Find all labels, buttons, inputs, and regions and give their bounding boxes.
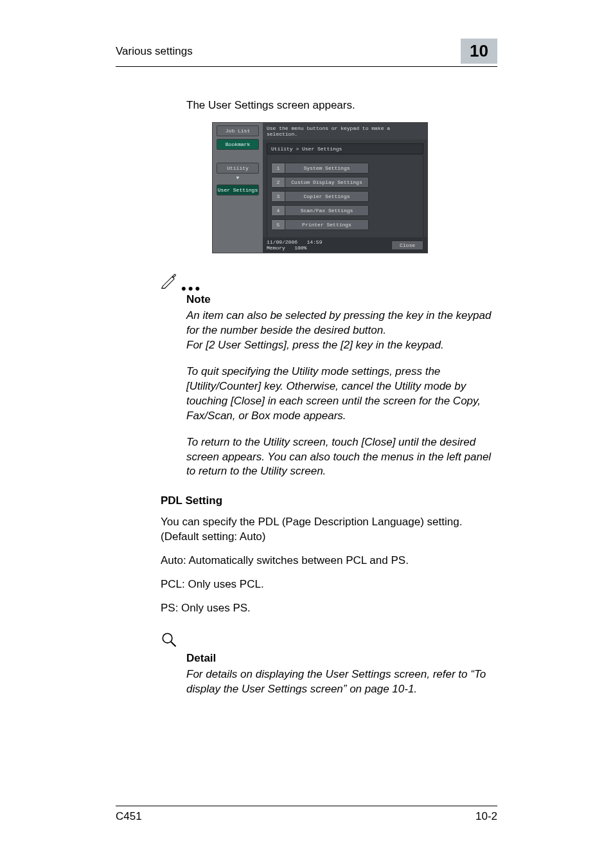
note-paragraph: To quit specifying the Utility mode sett… bbox=[186, 365, 497, 424]
note-paragraph: An item can also be selected by pressing… bbox=[186, 309, 497, 353]
tab-utility[interactable]: Utility bbox=[217, 163, 259, 174]
note-paragraph: To return to the Utility screen, touch [… bbox=[186, 435, 497, 480]
panel-menu: 1 System Settings 2 Custom Display Setti… bbox=[267, 156, 423, 237]
chevron-down-icon: ▼ bbox=[236, 174, 240, 182]
svg-line-1 bbox=[171, 642, 175, 646]
panel-main: Use the menu buttons or keypad to make a… bbox=[263, 123, 427, 253]
note-heading: Note bbox=[186, 293, 497, 306]
tab-job-list[interactable]: Job List bbox=[217, 125, 259, 136]
menu-custom-display-settings[interactable]: 2 Custom Display Settings bbox=[271, 177, 369, 188]
chapter-number-badge: 10 bbox=[461, 39, 497, 64]
pdl-heading: PDL Setting bbox=[161, 494, 613, 507]
body-text: PCL: Only uses PCL. bbox=[161, 577, 497, 592]
svg-point-0 bbox=[163, 633, 172, 643]
tab-user-settings[interactable]: User Settings bbox=[217, 185, 259, 195]
header-rule bbox=[116, 66, 497, 67]
menu-copier-settings[interactable]: 3 Copier Settings bbox=[271, 191, 369, 202]
panel-sidebar: Job List Bookmark Utility ▼ User Setting… bbox=[213, 123, 263, 253]
running-head: Various settings bbox=[116, 45, 193, 58]
lead-text: The User Settings screen appears. bbox=[186, 99, 613, 112]
tab-bookmark[interactable]: Bookmark bbox=[217, 139, 259, 150]
panel-hint: Use the menu buttons or keypad to make a… bbox=[263, 123, 427, 140]
user-settings-screenshot: Job List Bookmark Utility ▼ User Setting… bbox=[212, 122, 428, 253]
menu-scan-fax-settings[interactable]: 4 Scan/Fax Settings bbox=[271, 205, 369, 216]
detail-icon bbox=[161, 631, 613, 651]
body-text: Auto: Automatically switches between PCL… bbox=[161, 554, 497, 568]
close-button[interactable]: Close bbox=[391, 240, 423, 250]
menu-system-settings[interactable]: 1 System Settings bbox=[271, 163, 369, 174]
ellipsis-icon: ••• bbox=[181, 285, 202, 292]
body-text: PS: Only uses PS. bbox=[161, 601, 497, 616]
menu-printer-settings[interactable]: 5 Printer Settings bbox=[271, 219, 369, 230]
body-text: You can specify the PDL (Page Descriptio… bbox=[161, 515, 497, 545]
detail-heading: Detail bbox=[186, 652, 497, 665]
page-footer: C451 10-2 bbox=[0, 800, 613, 823]
page-number: 10-2 bbox=[475, 810, 497, 823]
panel-status-bar: 11/09/2006 14:59 Memory 100% Close bbox=[263, 237, 427, 253]
model-label: C451 bbox=[116, 810, 142, 823]
note-icon bbox=[161, 273, 177, 292]
panel-breadcrumb: Utility > User Settings bbox=[267, 143, 423, 154]
status-info: 11/09/2006 14:59 Memory 100% bbox=[267, 239, 322, 251]
detail-paragraph: For details on displaying the User Setti… bbox=[186, 667, 497, 697]
